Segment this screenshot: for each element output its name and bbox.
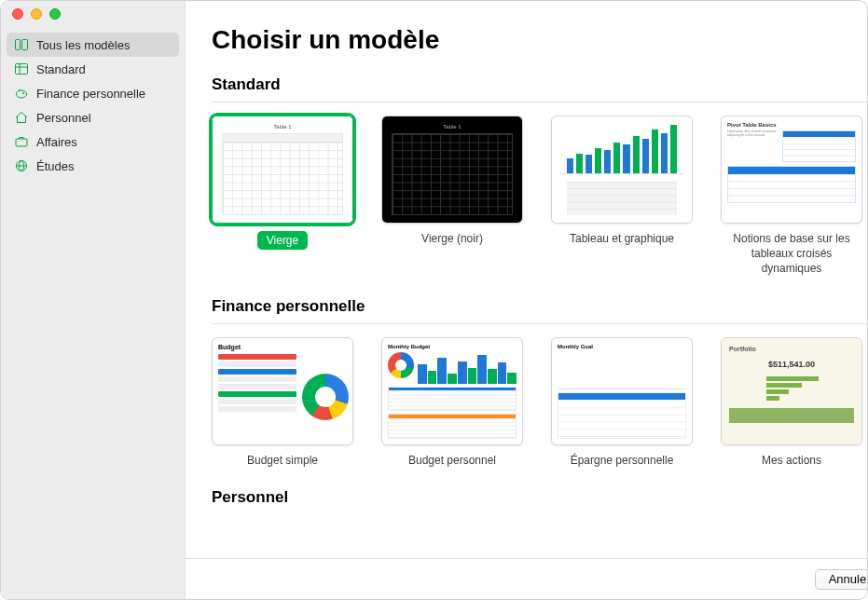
thumb-title: Monthly Budget: [388, 344, 517, 349]
sidebar-item-label: Études: [36, 159, 74, 173]
svg-rect-1: [22, 40, 28, 50]
template-label: Épargne personnelle: [571, 453, 674, 468]
cancel-button[interactable]: Annuler: [815, 569, 868, 590]
piggybank-icon: [14, 86, 29, 101]
thumb-table-label: Table 1: [273, 124, 291, 130]
template-row-finance: Budget: [212, 337, 868, 468]
template-my-stocks[interactable]: Portfolio $511,541.00: [721, 337, 862, 468]
template-blank-dark[interactable]: Table 1 Vierge (noir): [381, 116, 523, 277]
template-pivot-basics[interactable]: Pivot Table Basics Lorem ipsum dolor sit…: [721, 116, 862, 277]
page-title: Choisir un modèle: [212, 25, 868, 55]
sidebar-item-personal-finance[interactable]: Finance personnelle: [1, 81, 185, 105]
template-table-chart[interactable]: Tableau et graphique: [551, 116, 693, 277]
thumb-portfolio-value: $511,541.00: [729, 360, 854, 369]
template-thumb: Portfolio $511,541.00: [721, 337, 862, 445]
template-thumb: Monthly Goal: [551, 337, 693, 445]
close-window-button[interactable]: [12, 8, 23, 20]
divider: [212, 323, 868, 324]
template-personal-savings[interactable]: Monthly Goal: [551, 337, 693, 468]
template-thumb: [551, 116, 693, 224]
section-title-personnel: Personnel: [212, 488, 868, 507]
globe-icon: [14, 158, 29, 173]
sidebar-item-label: Standard: [36, 62, 86, 76]
section-standard: Standard Table 1 Vierge: [212, 75, 868, 277]
footer: Annuler Créer: [186, 558, 868, 599]
svg-point-5: [17, 90, 27, 98]
templates-icon: [14, 37, 29, 52]
section-personnel: Personnel: [212, 488, 868, 507]
thumb-table-label: Table 1: [443, 124, 461, 130]
briefcase-icon: [14, 134, 29, 149]
template-thumb: Monthly Budget: [381, 337, 523, 445]
svg-point-6: [22, 92, 23, 93]
minimize-window-button[interactable]: [31, 8, 42, 20]
template-label: Mes actions: [762, 453, 821, 468]
sidebar-item-personal[interactable]: Personnel: [1, 105, 185, 130]
template-label: Tableau et graphique: [570, 231, 674, 246]
section-title-finance: Finance personnelle: [212, 297, 868, 316]
template-personal-budget[interactable]: Monthly Budget: [381, 337, 523, 468]
sidebar-item-standard[interactable]: Standard: [1, 57, 185, 81]
main-pane: Choisir un modèle Standard Table 1 Vierg…: [186, 1, 868, 599]
svg-rect-0: [16, 40, 21, 50]
svg-rect-2: [16, 64, 28, 75]
titlebar: [1, 1, 867, 27]
template-thumb: Pivot Table Basics Lorem ipsum dolor sit…: [721, 116, 862, 224]
template-chooser-window: Tous les modèles Standard Finance person…: [0, 0, 868, 600]
template-thumb: Table 1: [381, 116, 523, 224]
sidebar-item-label: Finance personnelle: [36, 87, 145, 101]
template-row-standard: Table 1 Vierge Table 1: [212, 116, 868, 277]
sidebar-item-label: Tous les modèles: [36, 38, 130, 52]
button-label: Annuler: [829, 572, 868, 586]
sidebar-item-all-templates[interactable]: Tous les modèles: [7, 33, 179, 57]
template-label: Budget personnel: [408, 453, 496, 468]
section-title-standard: Standard: [212, 75, 868, 94]
sidebar-item-label: Personnel: [36, 111, 91, 125]
sidebar-item-label: Affaires: [36, 135, 77, 149]
template-thumb: Table 1: [212, 116, 353, 224]
zoom-window-button[interactable]: [49, 8, 61, 20]
template-label: Notions de base sur les tableaux croisés…: [721, 231, 862, 277]
thumb-title: Pivot Table Basics: [727, 122, 856, 128]
thumb-title: Budget: [218, 344, 349, 350]
sidebar-item-business[interactable]: Affaires: [1, 130, 185, 154]
template-thumb: Budget: [212, 337, 353, 445]
main-scroll: Choisir un modèle Standard Table 1 Vierg…: [186, 1, 868, 558]
divider: [212, 102, 868, 102]
svg-rect-7: [16, 139, 27, 146]
template-label: Vierge: [257, 231, 308, 250]
thumb-title: Monthly Goal: [558, 344, 686, 349]
sidebar-item-education[interactable]: Études: [1, 154, 185, 178]
template-label: Vierge (noir): [421, 231, 483, 246]
home-icon: [14, 110, 29, 125]
template-label: Budget simple: [247, 453, 318, 468]
thumb-title: Portfolio: [729, 346, 854, 352]
sidebar: Tous les modèles Standard Finance person…: [1, 1, 186, 599]
template-simple-budget[interactable]: Budget: [212, 337, 353, 468]
grid-icon: [14, 61, 29, 76]
section-finance: Finance personnelle Budget: [212, 297, 868, 468]
template-blank[interactable]: Table 1 Vierge: [212, 116, 353, 277]
